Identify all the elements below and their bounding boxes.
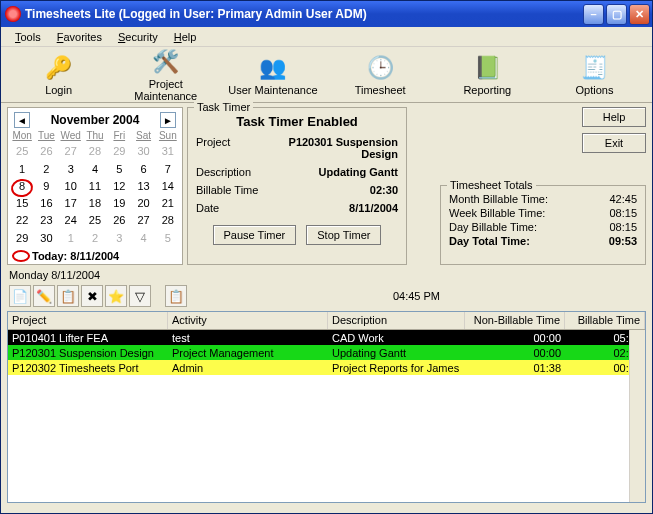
cal-day[interactable]: 2 xyxy=(34,162,58,179)
cal-day[interactable]: 4 xyxy=(83,162,107,179)
cal-day[interactable]: 25 xyxy=(10,144,34,161)
mid-row: ◄ November 2004 ► MonTueWedThuFriSatSun2… xyxy=(1,103,652,267)
toolbar: 🔑Login🛠️Project Maintenance👥User Mainten… xyxy=(1,47,652,103)
user-maintenance-icon: 👥 xyxy=(259,54,287,82)
cal-day[interactable]: 30 xyxy=(131,144,155,161)
menu-favorites[interactable]: Favorites xyxy=(49,29,110,45)
help-button[interactable]: Help xyxy=(582,107,646,127)
edit-icon-button[interactable]: ✏️ xyxy=(33,285,55,307)
cal-prev-button[interactable]: ◄ xyxy=(14,112,30,128)
cal-today[interactable]: Today: 8/11/2004 xyxy=(10,248,180,262)
cal-day[interactable]: 12 xyxy=(107,179,131,196)
timesheet-icon: 🕒 xyxy=(366,54,394,82)
right-column: Help Exit Timesheet Totals Month Billabl… xyxy=(411,107,646,265)
table-row[interactable]: P010401 Lifter FEAtestCAD Work00:0005:45 xyxy=(8,330,645,345)
cal-day[interactable]: 29 xyxy=(10,231,34,248)
menubar: ToolsFavoritesSecurityHelp xyxy=(1,27,652,47)
cal-day[interactable]: 27 xyxy=(59,144,83,161)
toolbtn-reporting[interactable]: 📗Reporting xyxy=(434,51,541,99)
timer-row: ProjectP120301 Suspension Design xyxy=(196,133,398,163)
cal-day[interactable]: 10 xyxy=(59,179,83,196)
favorite-icon-button[interactable]: ⭐ xyxy=(105,285,127,307)
cal-day[interactable]: 1 xyxy=(10,162,34,179)
toolbtn-login[interactable]: 🔑Login xyxy=(5,51,112,99)
col-project[interactable]: Project xyxy=(8,312,168,329)
toolbtn-user-maintenance[interactable]: 👥User Maintenance xyxy=(219,51,326,99)
new-icon-button[interactable]: 📄 xyxy=(9,285,31,307)
grid-scrollbar[interactable] xyxy=(629,330,645,502)
totals-row: Day Billable Time:08:15 xyxy=(449,220,637,234)
cal-day[interactable]: 7 xyxy=(156,162,180,179)
app-icon xyxy=(5,6,21,22)
calendar: ◄ November 2004 ► MonTueWedThuFriSatSun2… xyxy=(7,107,183,265)
cal-day[interactable]: 13 xyxy=(131,179,155,196)
cal-day[interactable]: 27 xyxy=(131,213,155,230)
cal-day[interactable]: 17 xyxy=(59,196,83,213)
cal-next-button[interactable]: ► xyxy=(160,112,176,128)
timer-row: Date8/11/2004 xyxy=(196,199,398,217)
reporting-icon: 📗 xyxy=(473,54,501,82)
col-activity[interactable]: Activity xyxy=(168,312,328,329)
exit-button[interactable]: Exit xyxy=(582,133,646,153)
cal-dow: Mon xyxy=(10,130,34,144)
cal-day[interactable]: 1 xyxy=(59,231,83,248)
cal-day[interactable]: 28 xyxy=(83,144,107,161)
stop-timer-button[interactable]: Stop Timer xyxy=(306,225,381,245)
timesheet-totals-panel: Timesheet Totals Month Billable Time:42:… xyxy=(440,185,646,265)
toolbtn-project-maintenance[interactable]: 🛠️Project Maintenance xyxy=(112,45,219,105)
cal-day[interactable]: 2 xyxy=(83,231,107,248)
cal-day[interactable]: 6 xyxy=(131,162,155,179)
totals-legend: Timesheet Totals xyxy=(447,179,536,191)
cal-day[interactable]: 21 xyxy=(156,196,180,213)
toolbtn-options[interactable]: 🧾Options xyxy=(541,51,648,99)
cal-day[interactable]: 5 xyxy=(156,231,180,248)
cal-day[interactable]: 3 xyxy=(107,231,131,248)
table-row[interactable]: P120301 Suspension DesignProject Managem… xyxy=(8,345,645,360)
cal-day[interactable]: 31 xyxy=(156,144,180,161)
col-description[interactable]: Description xyxy=(328,312,465,329)
icon-toolbar: 📄✏️📋✖⭐▽📋04:45 PM xyxy=(1,281,652,311)
menu-tools[interactable]: Tools xyxy=(7,29,49,45)
delete-icon-button[interactable]: ✖ xyxy=(81,285,103,307)
cal-day[interactable]: 30 xyxy=(34,231,58,248)
timer-title: Task Timer Enabled xyxy=(196,114,398,129)
options-icon: 🧾 xyxy=(580,54,608,82)
project-maintenance-icon: 🛠️ xyxy=(152,48,180,76)
cal-day[interactable]: 15 xyxy=(10,196,34,213)
cal-day[interactable]: 22 xyxy=(10,213,34,230)
cal-dow: Thu xyxy=(83,130,107,144)
cal-day[interactable]: 18 xyxy=(83,196,107,213)
cal-day[interactable]: 8 xyxy=(10,179,34,196)
cal-day[interactable]: 26 xyxy=(107,213,131,230)
menu-security[interactable]: Security xyxy=(110,29,166,45)
toolbtn-timesheet[interactable]: 🕒Timesheet xyxy=(327,51,434,99)
cal-day[interactable]: 23 xyxy=(34,213,58,230)
filter-icon-button[interactable]: ▽ xyxy=(129,285,151,307)
cal-day[interactable]: 19 xyxy=(107,196,131,213)
cal-day[interactable]: 24 xyxy=(59,213,83,230)
cal-day[interactable]: 9 xyxy=(34,179,58,196)
maximize-button[interactable]: ▢ xyxy=(606,4,627,25)
cal-day[interactable]: 29 xyxy=(107,144,131,161)
cal-day[interactable]: 16 xyxy=(34,196,58,213)
cal-day[interactable]: 3 xyxy=(59,162,83,179)
minimize-button[interactable]: – xyxy=(583,4,604,25)
cal-day[interactable]: 4 xyxy=(131,231,155,248)
pause-timer-button[interactable]: Pause Timer xyxy=(213,225,297,245)
col-nonbillable[interactable]: Non-Billable Time xyxy=(465,312,565,329)
cal-day[interactable]: 26 xyxy=(34,144,58,161)
col-billable[interactable]: Billable Time xyxy=(565,312,645,329)
table-row[interactable]: P120302 Timesheets PortAdminProject Repo… xyxy=(8,360,645,375)
close-button[interactable]: ✕ xyxy=(629,4,650,25)
cal-day[interactable]: 20 xyxy=(131,196,155,213)
cal-day[interactable]: 14 xyxy=(156,179,180,196)
day-label: Monday 8/11/2004 xyxy=(1,267,652,281)
report-icon-button[interactable]: 📋 xyxy=(165,285,187,307)
cal-day[interactable]: 25 xyxy=(83,213,107,230)
cal-day[interactable]: 5 xyxy=(107,162,131,179)
menu-help[interactable]: Help xyxy=(166,29,205,45)
timer-legend: Task Timer xyxy=(194,101,253,113)
cal-day[interactable]: 11 xyxy=(83,179,107,196)
cal-day[interactable]: 28 xyxy=(156,213,180,230)
copy-icon-button[interactable]: 📋 xyxy=(57,285,79,307)
